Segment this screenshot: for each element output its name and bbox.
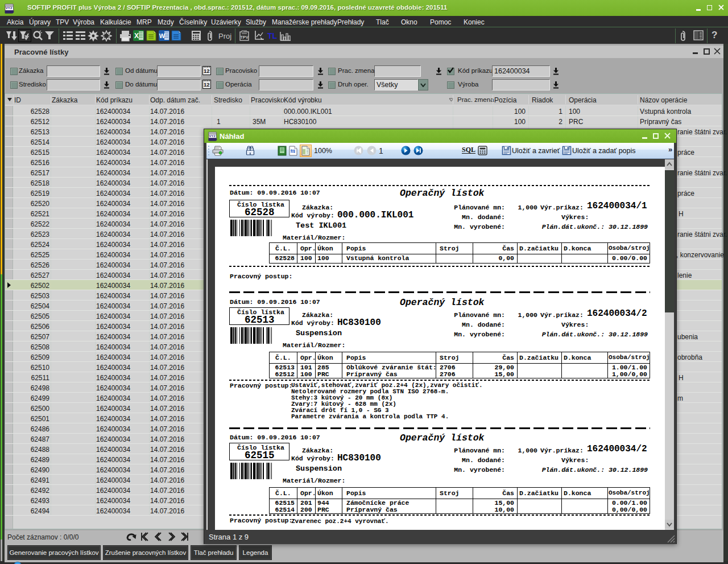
svg-text:VY2: VY2 bbox=[6, 6, 13, 10]
svg-text:W: W bbox=[159, 32, 166, 39]
svg-text:X: X bbox=[134, 32, 139, 40]
svg-text:TPV: TPV bbox=[240, 35, 249, 40]
svg-text:VY2: VY2 bbox=[209, 134, 216, 138]
